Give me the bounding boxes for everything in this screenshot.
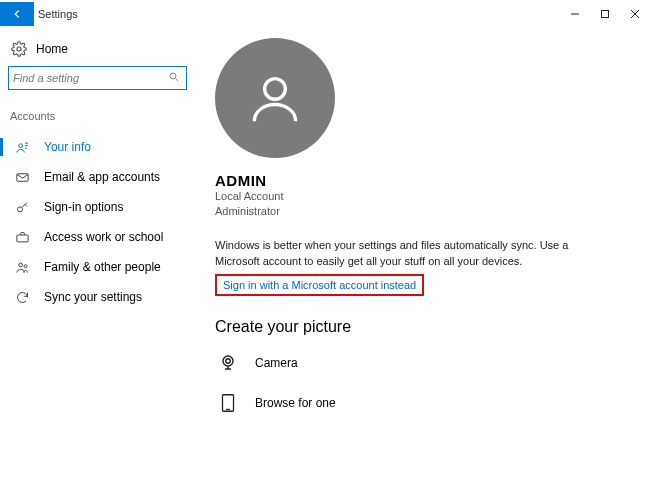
sidebar-item-label: Access work or school <box>44 230 163 244</box>
option-label: Browse for one <box>255 396 336 410</box>
search-input[interactable] <box>13 72 168 84</box>
window-title: Settings <box>38 8 78 20</box>
body-text: Windows is better when your settings and… <box>215 238 585 270</box>
search-box[interactable] <box>8 66 187 90</box>
sidebar-item-sync[interactable]: Sync your settings <box>0 282 195 312</box>
browse-option[interactable]: Browse for one <box>215 390 630 416</box>
camera-option[interactable]: Camera <box>215 350 630 376</box>
search-icon <box>168 71 182 85</box>
svg-point-9 <box>265 79 286 100</box>
sidebar-item-signin[interactable]: Sign-in options <box>0 192 195 222</box>
signin-ms-account-link[interactable]: Sign in with a Microsoft account instead <box>215 274 424 296</box>
svg-point-1 <box>17 47 21 51</box>
home-label: Home <box>36 42 68 56</box>
main-content: ADMIN Local Account Administrator Window… <box>195 28 650 502</box>
sidebar-item-label: Sign-in options <box>44 200 123 214</box>
account-role: Administrator <box>215 204 630 219</box>
sidebar-item-family[interactable]: Family & other people <box>0 252 195 282</box>
svg-rect-4 <box>16 173 27 181</box>
minimize-button[interactable] <box>560 2 590 26</box>
sidebar-item-label: Your info <box>44 140 91 154</box>
sidebar-item-label: Email & app accounts <box>44 170 160 184</box>
sync-icon <box>14 289 30 305</box>
svg-rect-0 <box>602 11 609 18</box>
person-card-icon <box>14 139 30 155</box>
sidebar-item-work[interactable]: Access work or school <box>0 222 195 252</box>
sidebar: Home Accounts Your info <box>0 28 195 502</box>
svg-point-8 <box>24 264 27 267</box>
sidebar-item-label: Family & other people <box>44 260 161 274</box>
section-header: Accounts <box>0 106 195 132</box>
titlebar: Settings <box>0 0 650 28</box>
avatar <box>215 38 335 158</box>
sidebar-item-email[interactable]: Email & app accounts <box>0 162 195 192</box>
maximize-button[interactable] <box>590 2 620 26</box>
user-name: ADMIN <box>215 172 630 189</box>
svg-point-11 <box>226 358 230 362</box>
option-label: Camera <box>255 356 298 370</box>
svg-point-7 <box>18 263 22 267</box>
window-controls <box>560 2 650 26</box>
svg-rect-6 <box>16 235 27 242</box>
svg-point-2 <box>170 73 176 79</box>
people-icon <box>14 259 30 275</box>
sidebar-item-your-info[interactable]: Your info <box>0 132 195 162</box>
camera-icon <box>215 350 241 376</box>
key-icon <box>14 199 30 215</box>
account-type: Local Account <box>215 189 630 204</box>
gear-icon <box>10 40 28 58</box>
svg-point-5 <box>17 206 22 211</box>
svg-point-3 <box>18 143 22 147</box>
back-button[interactable] <box>0 2 34 26</box>
mail-icon <box>14 169 30 185</box>
picture-heading: Create your picture <box>215 318 630 336</box>
svg-point-10 <box>223 356 233 366</box>
sidebar-item-label: Sync your settings <box>44 290 142 304</box>
close-button[interactable] <box>620 2 650 26</box>
home-link[interactable]: Home <box>0 36 195 66</box>
svg-rect-12 <box>223 394 234 411</box>
briefcase-icon <box>14 229 30 245</box>
browse-icon <box>215 390 241 416</box>
